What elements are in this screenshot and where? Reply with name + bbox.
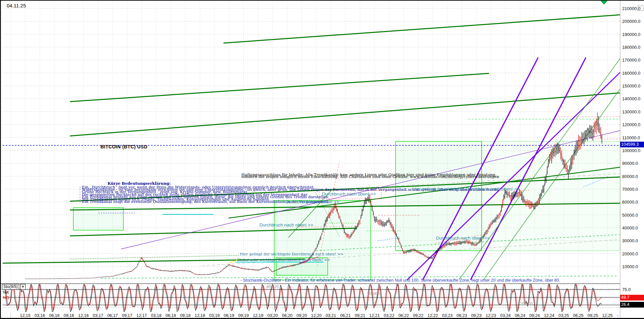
page-title: BITCOIN (BTC) USD xyxy=(100,144,148,149)
stochastic-d-line xyxy=(3,284,602,311)
x-axis-label: 12.23 xyxy=(486,313,496,318)
y-axis-label: 100000.0 xyxy=(622,148,640,153)
krypto-sommer-box xyxy=(396,141,482,251)
y-axis-label: 120000.0 xyxy=(622,122,640,127)
stochastic-axis-tick: 75.0 xyxy=(622,287,631,292)
y-axis-label: 50000.0 xyxy=(622,213,638,218)
y-axis-label: 90000.0 xyxy=(622,161,638,166)
y-axis-label: 40000.0 xyxy=(622,225,638,231)
x-axis-label: 03.18 xyxy=(151,313,161,318)
disclaimer-line-2: sondern die zeigen lediglich meine Einsc… xyxy=(241,174,499,179)
annotation-durchbruch-small: Hier gelingt der wichtigste Durchbruch n… xyxy=(240,252,344,256)
annotation-stochastic-description: - Stochastik-Oszillator - Ein Indikator,… xyxy=(240,278,560,283)
x-axis-label: 03.22 xyxy=(384,313,394,318)
x-axis-label: 03.20 xyxy=(267,313,278,318)
y-axis-label: 20000.0 xyxy=(622,251,638,256)
x-axis-label: 09.20 xyxy=(296,313,307,318)
minimize-icon[interactable]: − xyxy=(638,5,643,11)
trend-line xyxy=(70,93,620,136)
y-axis-label: 30000.0 xyxy=(622,238,638,243)
y-axis-label: 130000.0 xyxy=(622,109,640,114)
x-axis-label: 06.25 xyxy=(573,313,583,318)
x-axis-label: 09.23 xyxy=(471,313,482,318)
x-axis-label: 09.19 xyxy=(238,313,249,318)
annotation-durchbruch: Durchbruch nach oben! >> xyxy=(322,191,376,197)
annotation-durchbruch: Durchbruch nach oben! >> xyxy=(259,222,313,227)
y-axis-label: 70000.0 xyxy=(622,187,638,192)
stoch-level-label: 50.000 xyxy=(367,291,380,296)
x-axis-label: 06.20 xyxy=(282,313,292,318)
y-axis-label: 140000.0 xyxy=(622,96,640,101)
current-price-badge: 104599.3 xyxy=(620,142,644,147)
y-axis-label: 160000.0 xyxy=(622,71,640,76)
x-axis-label: 12.22 xyxy=(428,313,438,318)
x-axis-label: 09.22 xyxy=(413,313,423,318)
x-axis-label: 12.17 xyxy=(136,313,147,318)
y-axis-label: 150000.0 xyxy=(622,83,640,88)
annotation-durchbruch: Hier gelingt der wichtigste Durchbruch n… xyxy=(412,186,519,191)
stochastic-indicator-label[interactable]: Sto(9/5) xyxy=(2,284,19,290)
drawn-dashed-line xyxy=(70,255,239,259)
percent-k-value-badge: 26.4 xyxy=(620,302,644,308)
percent-d-value-badge: 49.7 xyxy=(620,295,644,300)
stoch-level-label: 80.620 xyxy=(267,284,279,289)
x-axis-label: 12.18 xyxy=(195,313,205,318)
y-axis-label: 10000.0 xyxy=(622,264,638,269)
x-axis-label: 12.21 xyxy=(369,313,380,318)
x-axis-label: 12.20 xyxy=(311,313,321,318)
plus-icon[interactable]: + xyxy=(20,284,26,290)
y-axis-label: 80000.0 xyxy=(622,174,638,179)
x-axis-label: 09.18 xyxy=(180,313,191,318)
x-axis-label: 09.25 xyxy=(588,313,598,318)
x-axis-end-marker: - xyxy=(617,313,618,318)
x-axis-label: 12.19 xyxy=(253,313,263,318)
x-axis-label: 12.25 xyxy=(602,313,612,318)
x-axis-label: 06.21 xyxy=(340,313,351,318)
y-axis-label: 180000.0 xyxy=(622,45,640,50)
x-axis-label: 03.16 xyxy=(35,313,45,318)
y-axis-label: 170000.0 xyxy=(622,58,640,63)
x-axis-label: 06.16 xyxy=(49,313,59,318)
x-axis-label: 09.17 xyxy=(122,313,132,318)
x-axis-label: 06.22 xyxy=(398,313,409,318)
x-axis-label: 06.24 xyxy=(515,313,525,318)
x-axis-label: 03.23 xyxy=(442,313,452,318)
y-axis-label: 200000.0 xyxy=(622,19,640,24)
x-axis-label: 12.24 xyxy=(544,313,554,318)
x-axis-label: 03.24 xyxy=(500,313,511,318)
y-axis-label: 110000.0 xyxy=(622,135,640,140)
chart-window: 04.11.25 BITCOIN (BTC) USD Haftungsaussc… xyxy=(0,0,644,319)
trend-line xyxy=(224,15,620,43)
annotation-durchbruch: Durchbruch nach oben! >> xyxy=(436,236,490,241)
x-axis-label: 12.16 xyxy=(78,313,89,318)
y-axis-label: 60000.0 xyxy=(622,200,638,205)
krypto-sommer-box xyxy=(73,208,123,230)
annotation-durchbruch-small: Erster sehr wichtiger Durchbruch nach ob… xyxy=(237,258,330,262)
percent-k-label: %K xyxy=(3,290,9,295)
krypto-sommer-box xyxy=(482,141,620,251)
x-axis-label: 06.19 xyxy=(224,313,234,318)
stoch-level-label: 20.000 xyxy=(520,302,533,306)
chart-date: 04.11.25 xyxy=(7,3,26,8)
x-axis-label: 09.24 xyxy=(529,313,540,318)
y-axis-label: 190000.0 xyxy=(622,32,640,37)
x-axis-label: 03.21 xyxy=(326,313,336,318)
x-axis-label: 03.25 xyxy=(558,313,569,318)
current-date-arrow-icon xyxy=(601,1,607,4)
x-axis-label: 03.17 xyxy=(93,313,103,318)
x-axis-label: 03.19 xyxy=(209,313,219,318)
percent-d-label: %D xyxy=(3,295,9,300)
x-axis-label: 12.15 xyxy=(20,313,30,318)
x-axis-label: 06.17 xyxy=(107,313,118,318)
trend-line xyxy=(70,73,489,102)
x-axis-label: 09.21 xyxy=(355,313,365,318)
x-axis-label: 06.18 xyxy=(165,313,176,318)
annotation-durchbruch: Durchbruch nach oben! >> xyxy=(285,199,339,204)
x-axis-label: 09.16 xyxy=(64,313,74,318)
chart-canvas[interactable] xyxy=(0,0,644,319)
x-axis-label: 06.23 xyxy=(456,313,467,318)
